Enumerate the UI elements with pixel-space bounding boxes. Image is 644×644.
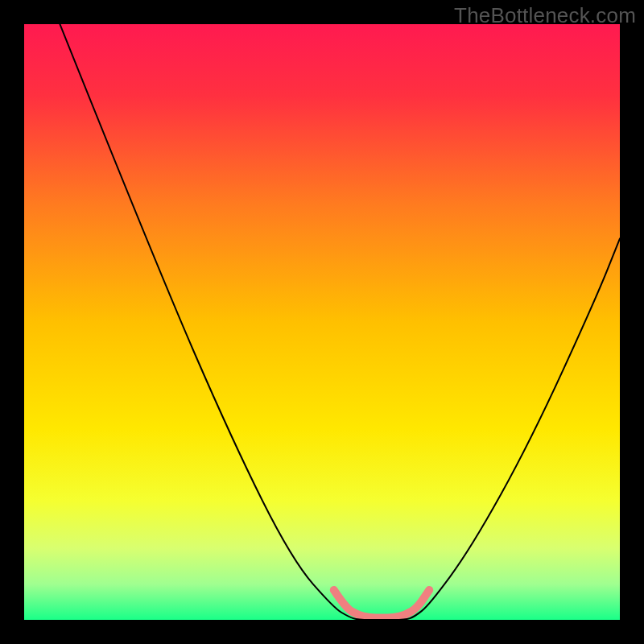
watermark-text: TheBottleneck.com: [454, 3, 636, 28]
bottleneck-curve-canvas: [24, 24, 620, 620]
chart-frame: TheBottleneck.com: [0, 0, 644, 644]
